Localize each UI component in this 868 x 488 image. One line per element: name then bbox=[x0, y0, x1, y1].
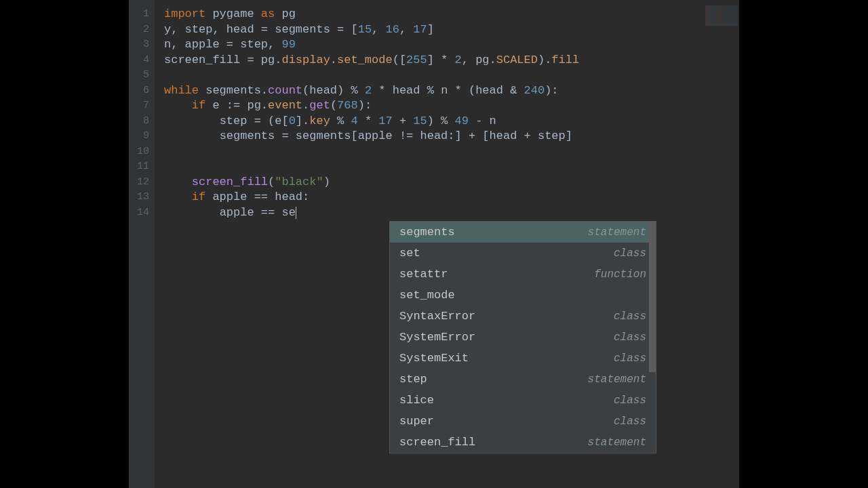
line-number: 2 bbox=[129, 22, 155, 38]
autocomplete-item-name: set_mode bbox=[399, 289, 455, 302]
autocomplete-item[interactable]: set_mode bbox=[390, 285, 656, 306]
code-line[interactable] bbox=[164, 144, 739, 160]
line-number: 8 bbox=[129, 114, 155, 129]
code-line[interactable]: segments = segments[apple != head:] + [h… bbox=[164, 129, 739, 144]
line-number: 12 bbox=[129, 175, 155, 190]
code-line[interactable]: import pygame as pg bbox=[164, 7, 739, 22]
code-line[interactable]: screen_fill = pg.display.set_mode([255] … bbox=[164, 53, 739, 68]
autocomplete-item-name: SystemError bbox=[399, 331, 475, 344]
autocomplete-item[interactable]: segmentsstatement bbox=[390, 222, 656, 243]
code-line[interactable]: screen_fill("black") bbox=[164, 175, 739, 190]
autocomplete-item[interactable]: superclass bbox=[390, 411, 656, 432]
autocomplete-item-name: step bbox=[399, 373, 427, 386]
autocomplete-item-kind: statement bbox=[588, 373, 646, 386]
line-number: 6 bbox=[129, 83, 155, 99]
autocomplete-item-name: slice bbox=[399, 394, 434, 407]
autocomplete-item[interactable]: sliceclass bbox=[390, 390, 656, 411]
autocomplete-item-kind: statement bbox=[588, 436, 646, 449]
code-line[interactable]: while segments.count(head) % 2 * head % … bbox=[164, 83, 739, 99]
autocomplete-item[interactable]: SystemErrorclass bbox=[390, 327, 656, 348]
autocomplete-item-kind: class bbox=[614, 352, 646, 365]
code-line[interactable] bbox=[164, 159, 739, 175]
line-number: 10 bbox=[129, 144, 155, 160]
code-line[interactable]: if e := pg.event.get(768): bbox=[164, 98, 739, 114]
autocomplete-item-name: screen_fill bbox=[399, 436, 475, 449]
autocomplete-scrollbar[interactable] bbox=[649, 222, 656, 453]
autocomplete-item-name: SyntaxError bbox=[399, 310, 475, 323]
code-line[interactable] bbox=[164, 68, 739, 83]
autocomplete-item-name: segments bbox=[399, 226, 455, 239]
line-number: 13 bbox=[129, 190, 155, 205]
code-editor: 1 2 3 4 5 6 7 8 9 10 11 12 13 14 import … bbox=[129, 0, 739, 488]
autocomplete-item-kind: class bbox=[614, 247, 646, 260]
line-number: 14 bbox=[129, 205, 155, 221]
line-number: 1 bbox=[129, 7, 155, 22]
autocomplete-item[interactable]: screen_fillstatement bbox=[390, 432, 656, 453]
autocomplete-item[interactable]: stepstatement bbox=[390, 369, 656, 390]
code-area[interactable]: import pygame as pg y, step, head = segm… bbox=[155, 0, 739, 220]
autocomplete-item-kind: function bbox=[594, 268, 646, 281]
code-line[interactable]: y, step, head = segments = [15, 16, 17] bbox=[164, 22, 739, 38]
line-number: 9 bbox=[129, 129, 155, 144]
autocomplete-item-name: set bbox=[399, 247, 420, 260]
autocomplete-item-kind: class bbox=[614, 415, 646, 428]
line-number: 3 bbox=[129, 37, 155, 53]
line-number: 4 bbox=[129, 53, 155, 68]
autocomplete-item-kind: class bbox=[614, 394, 646, 407]
autocomplete-popup[interactable]: segmentsstatementsetclasssetattrfunction… bbox=[389, 221, 656, 453]
autocomplete-item[interactable]: setclass bbox=[390, 243, 656, 264]
autocomplete-item-name: SystemExit bbox=[399, 352, 469, 365]
line-number: 11 bbox=[129, 159, 155, 175]
autocomplete-item[interactable]: SystemExitclass bbox=[390, 348, 656, 369]
autocomplete-item[interactable]: setattrfunction bbox=[390, 264, 656, 285]
line-gutter: 1 2 3 4 5 6 7 8 9 10 11 12 13 14 bbox=[129, 0, 155, 488]
autocomplete-item-kind: class bbox=[614, 310, 646, 323]
autocomplete-item-name: setattr bbox=[399, 268, 448, 281]
line-number: 7 bbox=[129, 98, 155, 114]
autocomplete-item-name: super bbox=[399, 415, 434, 428]
autocomplete-item-kind: class bbox=[614, 331, 646, 344]
line-number: 5 bbox=[129, 68, 155, 83]
code-line[interactable]: apple == se bbox=[164, 205, 739, 221]
code-line[interactable]: if apple == head: bbox=[164, 190, 739, 205]
code-line[interactable]: step = (e[0].key % 4 * 17 + 15) % 49 - n bbox=[164, 114, 739, 129]
scrollbar-thumb[interactable] bbox=[649, 222, 656, 372]
autocomplete-item-kind: statement bbox=[588, 226, 646, 239]
code-line[interactable]: n, apple = step, 99 bbox=[164, 37, 739, 53]
autocomplete-item[interactable]: SyntaxErrorclass bbox=[390, 306, 656, 327]
text-cursor bbox=[296, 207, 296, 219]
